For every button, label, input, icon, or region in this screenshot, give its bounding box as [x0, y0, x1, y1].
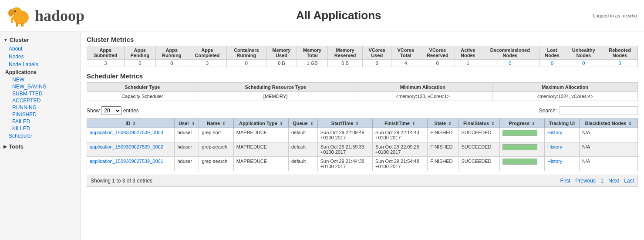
col-apps-submitted: AppsSubmitted	[87, 46, 125, 60]
show-label: Show	[87, 108, 101, 114]
col-user[interactable]: User ⇕	[175, 119, 199, 128]
val-apps-submitted: 3	[87, 60, 125, 67]
svg-rect-6	[21, 23, 24, 27]
cluster-section: ▼ Cluster About Nodes Node Labels Applic…	[0, 35, 80, 140]
show-entries: Show 10 20 50 100 entries	[87, 106, 139, 115]
col-tracking-ui[interactable]: Tracking UI	[544, 119, 579, 128]
cell-tracking[interactable]: History	[544, 157, 579, 171]
val-decommissioned-nodes[interactable]: 0	[481, 60, 539, 67]
val-apps-running: 0	[155, 60, 188, 67]
pagination: First Previous 1 Next Last	[557, 178, 634, 184]
show-entries-select[interactable]: 10 20 50 100	[101, 106, 121, 115]
cell-tracking[interactable]: History	[544, 142, 579, 157]
col-vcores-used: VCoresUsed	[363, 46, 391, 60]
val-apps-pending: 0	[124, 60, 155, 67]
col-name[interactable]: Name ⇕	[199, 119, 233, 128]
table-row: application_1509309027539_0002 hduser gr…	[87, 142, 638, 157]
cell-id[interactable]: application_1509309027539_0001	[87, 157, 175, 171]
sidebar-item-scheduler[interactable]: Scheduler	[0, 132, 80, 140]
svg-point-3	[8, 9, 14, 17]
sidebar-item-node-labels[interactable]: Node Labels	[0, 61, 80, 68]
cell-user: hduser	[175, 128, 199, 142]
col-final-status[interactable]: FinalStatus ⇕	[459, 119, 500, 128]
sidebar-item-finished[interactable]: FINISHED	[3, 111, 80, 118]
col-id[interactable]: ID ⇕	[87, 119, 175, 128]
cell-progress	[499, 142, 544, 157]
cluster-arrow-icon: ▼	[3, 37, 8, 42]
val-active-nodes[interactable]: 1	[455, 60, 481, 67]
cell-id[interactable]: application_1509309027539_0002	[87, 142, 175, 157]
pagination-page-1[interactable]: 1	[600, 178, 604, 184]
showing-text: Showing 1 to 3 of 3 entries	[91, 178, 152, 184]
cell-name: grep-search	[199, 142, 233, 157]
sidebar-item-new[interactable]: NEW	[3, 76, 80, 83]
cell-finish: Sun Oct 29 21:54:48 +0100 2017	[372, 157, 427, 171]
sidebar-item-failed[interactable]: FAILED	[3, 118, 80, 125]
col-active-nodes: ActiveNodes	[455, 46, 481, 60]
tools-section-header[interactable]: ▶ Tools	[0, 142, 80, 152]
val-unhealthy-nodes[interactable]: 0	[565, 60, 602, 67]
col-queue[interactable]: Queue ⇕	[288, 119, 317, 128]
pagination-next[interactable]: Next	[608, 178, 619, 184]
search-input[interactable]	[560, 106, 638, 115]
scheduler-metrics-title: Scheduler Metrics	[87, 72, 638, 80]
val-scheduler-type: Capacity Scheduler	[87, 92, 198, 101]
col-blacklisted-nodes[interactable]: Blacklisted Nodes ⇕	[580, 119, 638, 128]
cluster-label: Cluster	[10, 37, 29, 43]
cell-state: FINISHED	[428, 157, 459, 171]
sidebar-item-submitted[interactable]: SUBMITTED	[3, 90, 80, 97]
col-finish-time[interactable]: FinishTime ⇕	[372, 119, 427, 128]
search-box: Search:	[539, 106, 638, 115]
col-unhealthy-nodes: UnhealthyNodes	[565, 46, 602, 60]
app-links: NEW NEW_SAVING SUBMITTED ACCEPTED RUNNIN…	[3, 76, 80, 132]
val-lost-nodes[interactable]: 0	[539, 60, 565, 67]
col-app-type[interactable]: Application Type ⇕	[233, 119, 288, 128]
cell-id[interactable]: application_1509309027539_0003	[87, 128, 175, 142]
col-rebooted-nodes: RebootedNodes	[602, 46, 638, 60]
scheduler-metrics-row: Capacity Scheduler [MEMORY] <memory:128,…	[87, 92, 638, 101]
col-decommissioned-nodes: DecommissionedNodes	[481, 46, 539, 60]
cluster-metrics-row: 3 0 0 3 0 0 B 1 GB 0 B 0 4 0 1 0 0 0 0	[87, 60, 638, 67]
top-bar: hadoop All Applications Logged in as: dr…	[0, 0, 644, 31]
val-vcores-used: 0	[363, 60, 391, 67]
cell-blacklisted: N/A	[580, 128, 638, 142]
cell-type: MAPREDUCE	[233, 142, 288, 157]
val-max-allocation: <memory:1024, vCores:4>	[492, 92, 638, 101]
col-memory-reserved: MemoryReserved	[328, 46, 363, 60]
val-memory-total: 1 GB	[297, 60, 328, 67]
col-progress[interactable]: Progress ⇕	[499, 119, 544, 128]
sidebar-item-running[interactable]: RUNNING	[3, 104, 80, 111]
cluster-section-header[interactable]: ▼ Cluster	[0, 35, 80, 45]
main-layout: ▼ Cluster About Nodes Node Labels Applic…	[0, 31, 644, 240]
col-state[interactable]: State ⇕	[428, 119, 459, 128]
col-containers-running: ContainersRunning	[227, 46, 266, 60]
cell-final-status: SUCCEEDED	[459, 142, 500, 157]
cell-blacklisted: N/A	[580, 142, 638, 157]
sidebar-item-about[interactable]: About	[0, 45, 80, 53]
col-start-time[interactable]: StartTime ⇕	[317, 119, 372, 128]
cell-progress	[499, 128, 544, 142]
sidebar-item-killed[interactable]: KILLED	[3, 125, 80, 132]
sidebar: ▼ Cluster About Nodes Node Labels Applic…	[0, 31, 81, 240]
pagination-first[interactable]: First	[560, 178, 570, 184]
cell-progress	[499, 157, 544, 171]
cell-start: Sun Oct 29 21:59:33 +0100 2017	[317, 142, 372, 157]
entries-label: entries	[123, 108, 139, 114]
svg-point-4	[14, 10, 16, 12]
col-scheduler-type: Scheduler Type	[87, 83, 198, 92]
col-vcores-reserved: VCoresReserved	[420, 46, 455, 60]
col-memory-total: MemoryTotal	[297, 46, 328, 60]
sidebar-item-nodes[interactable]: Nodes	[0, 53, 80, 61]
cell-user: hduser	[175, 142, 199, 157]
val-vcores-total: 4	[391, 60, 420, 67]
page-title: All Applications	[84, 9, 593, 22]
col-apps-running: AppsRunning	[155, 46, 188, 60]
logo-area: hadoop	[7, 3, 84, 27]
val-rebooted-nodes[interactable]: 0	[602, 60, 638, 67]
pagination-previous[interactable]: Previous	[575, 178, 596, 184]
cell-tracking[interactable]: History	[544, 128, 579, 142]
pagination-last[interactable]: Last	[624, 178, 634, 184]
tools-label: Tools	[9, 143, 24, 150]
sidebar-item-new-saving[interactable]: NEW_SAVING	[3, 83, 80, 90]
sidebar-item-accepted[interactable]: ACCEPTED	[3, 97, 80, 104]
